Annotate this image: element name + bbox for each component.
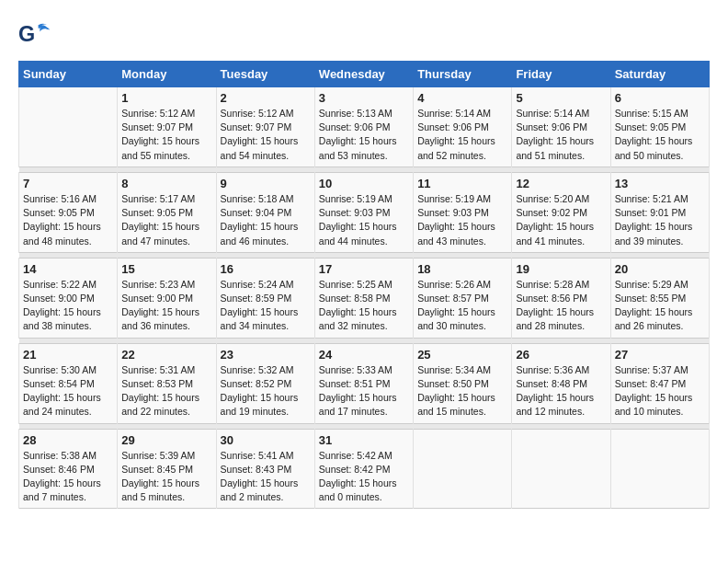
calendar-cell: 17 Sunrise: 5:25 AM Sunset: 8:58 PM Dayl…: [314, 258, 413, 338]
calendar-cell: 11 Sunrise: 5:19 AM Sunset: 9:03 PM Dayl…: [414, 172, 512, 252]
calendar-cell: 25 Sunrise: 5:34 AM Sunset: 8:50 PM Dayl…: [414, 343, 512, 423]
sunrise-text: Sunrise: 5:42 AM: [319, 449, 409, 463]
day-number: 3: [319, 91, 409, 105]
sunrise-text: Sunrise: 5:17 AM: [121, 192, 211, 206]
header-day: Tuesday: [216, 62, 314, 87]
cell-info: Sunrise: 5:22 AM Sunset: 9:00 PM Dayligh…: [23, 278, 113, 334]
calendar-cell: 9 Sunrise: 5:18 AM Sunset: 9:04 PM Dayli…: [216, 172, 314, 252]
cell-info: Sunrise: 5:15 AM Sunset: 9:05 PM Dayligh…: [615, 107, 705, 163]
sunrise-text: Sunrise: 5:14 AM: [417, 107, 507, 121]
calendar-cell: 4 Sunrise: 5:14 AM Sunset: 9:06 PM Dayli…: [414, 87, 512, 167]
daylight-text: Daylight: 15 hours and 24 minutes.: [23, 391, 113, 419]
sunrise-text: Sunrise: 5:31 AM: [121, 363, 211, 377]
cell-info: Sunrise: 5:12 AM Sunset: 9:07 PM Dayligh…: [221, 107, 311, 163]
day-number: 27: [615, 348, 705, 362]
day-number: 8: [121, 177, 211, 190]
sunset-text: Sunset: 9:02 PM: [516, 206, 606, 220]
cell-info: Sunrise: 5:14 AM Sunset: 9:06 PM Dayligh…: [516, 107, 606, 163]
daylight-text: Daylight: 15 hours and 53 minutes.: [319, 134, 409, 162]
daylight-text: Daylight: 15 hours and 10 minutes.: [615, 391, 705, 419]
daylight-text: Daylight: 15 hours and 7 minutes.: [23, 477, 113, 504]
day-number: 6: [615, 91, 705, 105]
calendar-week-row: 1 Sunrise: 5:12 AM Sunset: 9:07 PM Dayli…: [19, 87, 710, 167]
calendar-cell: 26 Sunrise: 5:36 AM Sunset: 8:48 PM Dayl…: [512, 343, 610, 423]
daylight-text: Daylight: 15 hours and 0 minutes.: [319, 477, 409, 504]
cell-info: Sunrise: 5:21 AM Sunset: 9:01 PM Dayligh…: [615, 192, 705, 248]
sunrise-text: Sunrise: 5:19 AM: [319, 192, 409, 206]
calendar-cell: 18 Sunrise: 5:26 AM Sunset: 8:57 PM Dayl…: [414, 258, 512, 338]
sunrise-text: Sunrise: 5:28 AM: [516, 278, 606, 292]
day-number: 21: [23, 348, 113, 362]
sunset-text: Sunset: 9:07 PM: [121, 121, 211, 134]
daylight-text: Daylight: 15 hours and 51 minutes.: [516, 134, 606, 162]
daylight-text: Daylight: 15 hours and 48 minutes.: [23, 220, 113, 247]
daylight-text: Daylight: 15 hours and 52 minutes.: [417, 134, 507, 162]
day-number: 18: [417, 262, 507, 276]
daylight-text: Daylight: 15 hours and 41 minutes.: [516, 220, 606, 247]
calendar-cell: 6 Sunrise: 5:15 AM Sunset: 9:05 PM Dayli…: [610, 87, 709, 167]
daylight-text: Daylight: 15 hours and 17 minutes.: [319, 391, 409, 419]
daylight-text: Daylight: 15 hours and 44 minutes.: [319, 220, 409, 247]
sunset-text: Sunset: 9:05 PM: [23, 206, 113, 220]
sunset-text: Sunset: 8:54 PM: [23, 377, 113, 391]
cell-info: Sunrise: 5:13 AM Sunset: 9:06 PM Dayligh…: [319, 107, 409, 163]
calendar-cell: 31 Sunrise: 5:42 AM Sunset: 8:42 PM Dayl…: [314, 429, 413, 509]
cell-info: Sunrise: 5:17 AM Sunset: 9:05 PM Dayligh…: [121, 192, 211, 248]
sunset-text: Sunset: 8:59 PM: [221, 292, 311, 305]
calendar-cell: 19 Sunrise: 5:28 AM Sunset: 8:56 PM Dayl…: [512, 258, 610, 338]
header-day: Thursday: [414, 62, 512, 87]
sunset-text: Sunset: 9:06 PM: [516, 121, 606, 134]
cell-info: Sunrise: 5:37 AM Sunset: 8:47 PM Dayligh…: [615, 363, 705, 419]
day-number: 7: [23, 177, 113, 190]
daylight-text: Daylight: 15 hours and 32 minutes.: [319, 305, 409, 333]
cell-info: Sunrise: 5:18 AM Sunset: 9:04 PM Dayligh…: [221, 192, 311, 248]
sunrise-text: Sunrise: 5:14 AM: [516, 107, 606, 121]
sunrise-text: Sunrise: 5:30 AM: [23, 363, 113, 377]
day-number: 5: [516, 91, 606, 105]
day-number: 22: [121, 348, 211, 362]
day-number: 10: [319, 177, 409, 190]
daylight-text: Daylight: 15 hours and 55 minutes.: [121, 134, 211, 162]
sunrise-text: Sunrise: 5:16 AM: [23, 192, 113, 206]
sunset-text: Sunset: 9:04 PM: [221, 206, 311, 220]
sunset-text: Sunset: 8:42 PM: [319, 463, 409, 477]
sunrise-text: Sunrise: 5:13 AM: [319, 107, 409, 121]
sunrise-text: Sunrise: 5:12 AM: [121, 107, 211, 121]
day-number: 11: [417, 177, 507, 190]
header-row: SundayMondayTuesdayWednesdayThursdayFrid…: [19, 62, 710, 87]
calendar-cell: 28 Sunrise: 5:38 AM Sunset: 8:46 PM Dayl…: [19, 429, 118, 509]
cell-info: Sunrise: 5:31 AM Sunset: 8:53 PM Dayligh…: [121, 363, 211, 419]
cell-info: Sunrise: 5:19 AM Sunset: 9:03 PM Dayligh…: [417, 192, 507, 248]
calendar-cell: 16 Sunrise: 5:24 AM Sunset: 8:59 PM Dayl…: [216, 258, 314, 338]
day-number: 13: [615, 177, 705, 190]
sunset-text: Sunset: 9:05 PM: [615, 121, 705, 134]
daylight-text: Daylight: 15 hours and 15 minutes.: [417, 391, 507, 419]
cell-info: Sunrise: 5:30 AM Sunset: 8:54 PM Dayligh…: [23, 363, 113, 419]
sunrise-text: Sunrise: 5:12 AM: [221, 107, 311, 121]
daylight-text: Daylight: 15 hours and 47 minutes.: [121, 220, 211, 247]
day-number: 20: [615, 262, 705, 276]
calendar-cell: 3 Sunrise: 5:13 AM Sunset: 9:06 PM Dayli…: [314, 87, 413, 167]
cell-info: Sunrise: 5:19 AM Sunset: 9:03 PM Dayligh…: [319, 192, 409, 248]
calendar-cell: 27 Sunrise: 5:37 AM Sunset: 8:47 PM Dayl…: [610, 343, 709, 423]
day-number: 31: [319, 433, 409, 447]
sunset-text: Sunset: 8:53 PM: [121, 377, 211, 391]
day-number: 15: [121, 262, 211, 276]
sunrise-text: Sunrise: 5:29 AM: [615, 278, 705, 292]
calendar-cell: 14 Sunrise: 5:22 AM Sunset: 9:00 PM Dayl…: [19, 258, 118, 338]
sunset-text: Sunset: 9:00 PM: [121, 292, 211, 305]
cell-info: Sunrise: 5:34 AM Sunset: 8:50 PM Dayligh…: [417, 363, 507, 419]
calendar-cell: 22 Sunrise: 5:31 AM Sunset: 8:53 PM Dayl…: [118, 343, 216, 423]
calendar-cell: [512, 429, 610, 509]
daylight-text: Daylight: 15 hours and 46 minutes.: [221, 220, 311, 247]
daylight-text: Daylight: 15 hours and 26 minutes.: [615, 305, 705, 333]
calendar-week-row: 21 Sunrise: 5:30 AM Sunset: 8:54 PM Dayl…: [19, 343, 710, 423]
cell-info: Sunrise: 5:33 AM Sunset: 8:51 PM Dayligh…: [319, 363, 409, 419]
cell-info: Sunrise: 5:41 AM Sunset: 8:43 PM Dayligh…: [221, 449, 311, 505]
sunrise-text: Sunrise: 5:15 AM: [615, 107, 705, 121]
calendar-cell: 8 Sunrise: 5:17 AM Sunset: 9:05 PM Dayli…: [118, 172, 216, 252]
daylight-text: Daylight: 15 hours and 22 minutes.: [121, 391, 211, 419]
cell-info: Sunrise: 5:23 AM Sunset: 9:00 PM Dayligh…: [121, 278, 211, 334]
sunset-text: Sunset: 9:05 PM: [121, 206, 211, 220]
daylight-text: Daylight: 15 hours and 38 minutes.: [23, 305, 113, 333]
